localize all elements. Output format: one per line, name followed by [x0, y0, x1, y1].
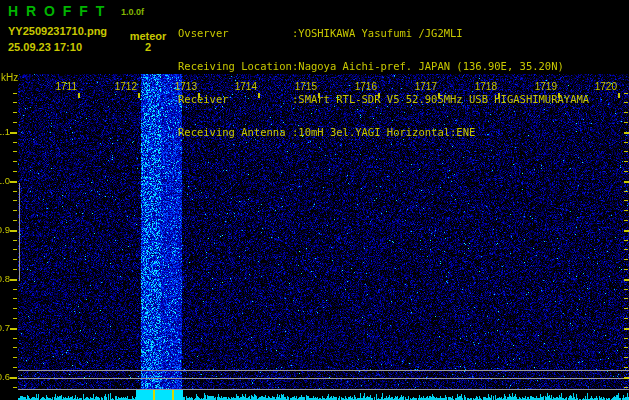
- axis-tick: [624, 318, 628, 319]
- axis-tick: [138, 93, 140, 98]
- app-title: H R O F F T: [8, 3, 106, 19]
- axis-tick: [13, 191, 17, 192]
- axis-tick: [624, 93, 628, 94]
- axis-tick: [13, 240, 17, 241]
- axis-tick: [13, 347, 17, 348]
- axis-tick: [624, 347, 628, 348]
- axis-tick: [10, 181, 17, 183]
- capture-datetime: 25.09.23 17:10: [8, 41, 82, 53]
- station-row-receiver: Receiver:SMArt RTL-SDR V5 52.905MHz USB …: [178, 94, 589, 105]
- freq-tick-label: 0.8: [0, 273, 10, 284]
- time-tick-label: 1711: [37, 81, 77, 92]
- station-label: Receiver: [178, 94, 292, 105]
- axis-tick: [624, 249, 628, 250]
- station-row-location: Receiving Location:Nagoya Aichi-pref. JA…: [178, 61, 589, 72]
- axis-tick: [624, 387, 628, 388]
- axis-tick: [624, 142, 628, 143]
- axis-tick: [13, 259, 17, 260]
- time-tick-label: 1714: [217, 81, 257, 92]
- time-tick-label: 1718: [457, 81, 497, 92]
- axis-tick: [624, 259, 628, 260]
- axis-tick: [318, 93, 320, 98]
- axis-tick: [618, 93, 620, 98]
- station-row-antenna: Receiving Antenna:10mH 3el.YAGI Horizont…: [178, 127, 589, 138]
- axis-tick: [624, 210, 628, 211]
- axis-tick: [10, 132, 17, 134]
- app-version: 1.0.0f: [121, 7, 144, 17]
- axis-tick: [624, 338, 628, 339]
- axis-tick: [13, 298, 17, 299]
- axis-tick: [624, 367, 628, 368]
- freq-tick-label: 0.9: [0, 224, 10, 235]
- axis-tick: [624, 230, 629, 232]
- station-row-observer: Ovserver:YOSHIKAWA Yasufumi /JG2MLI: [178, 28, 589, 39]
- station-value: :YOSHIKAWA Yasufumi /JG2MLI: [292, 27, 463, 39]
- axis-tick: [624, 298, 628, 299]
- axis-tick: [624, 220, 628, 221]
- axis-tick: [13, 171, 17, 172]
- freq-tick-label: 1.1: [0, 126, 10, 137]
- axis-tick: [13, 289, 17, 290]
- axis-tick: [13, 318, 17, 319]
- axis-tick: [13, 387, 17, 388]
- axis-tick: [13, 338, 17, 339]
- axis-tick: [13, 102, 17, 103]
- axis-tick: [624, 357, 628, 358]
- axis-tick: [13, 308, 17, 309]
- axis-tick: [13, 161, 17, 162]
- axis-tick: [624, 308, 628, 309]
- axis-tick: [624, 289, 628, 290]
- axis-tick: [258, 93, 260, 98]
- time-tick-label: 1715: [277, 81, 317, 92]
- axis-tick: [13, 151, 17, 152]
- station-label: Ovserver: [178, 28, 292, 39]
- axis-tick: [498, 93, 500, 98]
- axis-tick: [13, 357, 17, 358]
- time-tick-label: 1717: [397, 81, 437, 92]
- freq-axis-unit: kHz: [1, 72, 18, 83]
- axis-tick: [624, 200, 628, 201]
- axis-tick: [624, 269, 628, 270]
- axis-tick: [624, 151, 628, 152]
- time-tick-label: 1713: [157, 81, 197, 92]
- time-tick-label: 1712: [97, 81, 137, 92]
- time-tick-label: 1719: [517, 81, 557, 92]
- axis-tick: [13, 112, 17, 113]
- freq-tick-label: 0.7: [0, 322, 10, 333]
- axis-tick: [624, 377, 629, 379]
- hrofft-window: H R O F F T 1.0.0f YY2509231710.png mete…: [0, 0, 629, 400]
- axis-tick: [13, 122, 17, 123]
- station-label: Receiving Location: [178, 61, 292, 72]
- axis-tick: [378, 93, 380, 98]
- axis-tick: [624, 161, 628, 162]
- axis-tick: [13, 367, 17, 368]
- axis-tick: [624, 191, 628, 192]
- axis-tick: [10, 328, 17, 330]
- axis-tick: [198, 93, 200, 98]
- axis-tick: [624, 102, 628, 103]
- time-tick-label: 1716: [337, 81, 377, 92]
- axis-tick: [13, 210, 17, 211]
- time-tick-label: 1720: [577, 81, 617, 92]
- station-value: :10mH 3el.YAGI Horizontal:ENE: [292, 126, 475, 138]
- axis-tick: [624, 112, 628, 113]
- station-value: :Nagoya Aichi-pref. JAPAN (136.90E, 35.2…: [292, 60, 564, 72]
- axis-tick: [624, 279, 629, 281]
- axis-tick: [78, 93, 80, 98]
- axis-tick: [13, 200, 17, 201]
- axis-tick: [558, 93, 560, 98]
- axis-tick: [624, 132, 629, 134]
- axis-tick: [624, 181, 629, 183]
- axis-tick: [13, 220, 17, 221]
- axis-tick: [10, 279, 17, 281]
- axis-tick: [624, 171, 628, 172]
- freq-tick-label: 0.6: [0, 371, 10, 382]
- freq-tick-label: 1.0: [0, 175, 10, 186]
- axis-tick: [10, 230, 17, 232]
- axis-tick: [13, 142, 17, 143]
- axis-tick: [624, 240, 628, 241]
- axis-tick: [13, 269, 17, 270]
- station-value: :SMArt RTL-SDR V5 52.905MHz USB HIGASHIM…: [292, 93, 589, 105]
- axis-tick: [624, 328, 629, 330]
- axis-tick: [13, 249, 17, 250]
